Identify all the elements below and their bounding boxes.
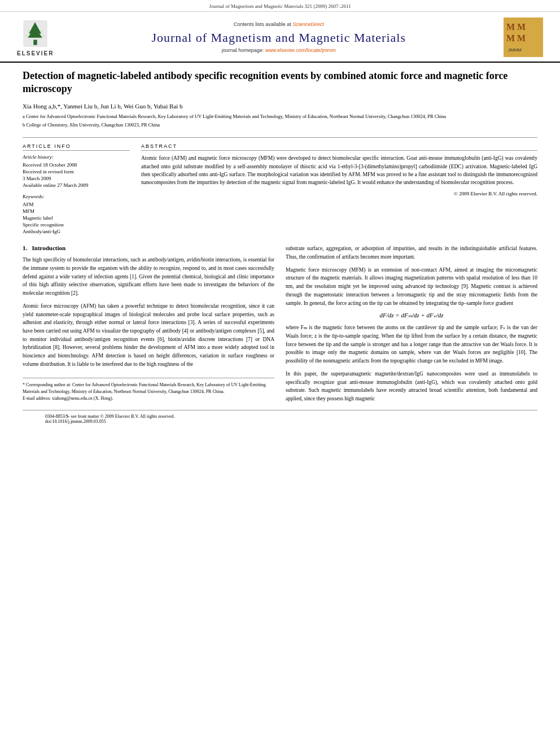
article-content: Detection of magnetic-labeled antibody s… [0, 63, 560, 439]
intro-para1: The high specificity of biomolecular int… [23, 256, 274, 298]
abstract-text: Atomic force (AFM) and magnetic force mi… [141, 154, 537, 186]
journal-header: ELSEVIER Contents lists available at Sci… [0, 12, 560, 63]
abstract-col: ABSTRACT Atomic force (AFM) and magnetic… [141, 143, 537, 235]
section-divider [23, 137, 537, 138]
svg-point-6 [26, 34, 28, 37]
copyright-line: © 2009 Elsevier B.V. All rights reserved… [141, 191, 537, 196]
abstract-header: ABSTRACT [141, 143, 537, 151]
sciencedirect-link[interactable]: ScienceDirect [292, 21, 324, 27]
article-info-header: ARTICLE INFO [23, 143, 130, 151]
authors-line: Xia Hong a,b,*, Yanmei Liu b, Jun Li b, … [23, 103, 537, 110]
article-info-col: ARTICLE INFO Article history: Received 1… [23, 143, 130, 235]
journal-homepage: journal homepage: www.elsevier.com/locat… [65, 47, 492, 53]
article-title: Detection of magnetic-labeled antibody s… [23, 69, 537, 96]
header-center: Contents lists available at ScienceDirec… [54, 21, 504, 53]
journal-title: Journal of Magnetism and Magnetic Materi… [65, 30, 492, 45]
right-para2: Magnetic force microscopy (MFM) is an ex… [286, 266, 537, 308]
revised-label: Received in revised form [23, 169, 130, 174]
revised-date: 3 March 2009 [23, 176, 130, 181]
svg-text:JMMM: JMMM [508, 47, 522, 53]
svg-point-7 [42, 34, 45, 37]
keyword-specific: Specific recognition [23, 222, 130, 228]
keywords-label: Keywords: [23, 194, 130, 199]
homepage-url[interactable]: www.elsevier.com/locate/jmmm [265, 47, 336, 53]
body-col-left: 1. Introduction The high specificity of … [23, 244, 274, 408]
svg-point-5 [40, 30, 42, 32]
history-label: Article history: [23, 154, 130, 160]
contents-line: Contents lists available at ScienceDirec… [65, 21, 492, 27]
footnote-area: * Corresponding author at: Center for Ad… [23, 378, 274, 402]
body-col-right: substrate surface, aggregation, or adsor… [286, 244, 537, 408]
keyword-afm: AFM [23, 202, 130, 207]
right-para3: where Fₘ is the magnetic force between t… [286, 324, 537, 365]
page-wrapper: Journal of Magnetism and Magnetic Materi… [0, 0, 560, 439]
affil-a: a Center for Advanced Optoelectronic Fun… [23, 113, 537, 120]
svg-rect-1 [34, 40, 37, 45]
intro-para2: Atomic force microscopy (AFM) has taken … [23, 302, 274, 369]
jmmm-logo-icon: M M M M JMMM [504, 18, 543, 57]
keyword-mag: Magnetic label [23, 215, 130, 221]
keyword-mfm: MFM [23, 208, 130, 214]
received-date: Received 18 October 2008 [23, 162, 130, 168]
svg-text:M M: M M [506, 33, 526, 43]
elsevier-tree-icon [20, 18, 51, 49]
right-para4: In this paper, the superparamagnetic mag… [286, 370, 537, 403]
footer-bar: 0304-8853/$- see front matter © 2009 Els… [23, 410, 537, 427]
keyword-antibody: Antibody/anti-IgG [23, 229, 130, 234]
info-abstract-cols: ARTICLE INFO Article history: Received 1… [23, 143, 537, 235]
right-para1: substrate surface, aggregation, or adsor… [286, 244, 537, 261]
footer-doi: doi:10.1016/j.jmmm.2009.03.055 [45, 419, 515, 424]
top-bar: Journal of Magnetism and Magnetic Materi… [0, 0, 560, 12]
svg-text:M M: M M [506, 22, 526, 32]
jmmm-logo-area: M M M M JMMM [504, 18, 543, 57]
affil-b: b College of Chemistry, Jilin University… [23, 121, 537, 129]
authors-text: Xia Hong a,b,*, Yanmei Liu b, Jun Li b, … [23, 103, 183, 110]
body-columns: 1. Introduction The high specificity of … [23, 244, 537, 408]
formula: dF/dz = dFₘ/dz + dFᵥ/dz [286, 312, 537, 319]
elsevier-logo: ELSEVIER [17, 18, 54, 56]
available-date: Available online 27 March 2009 [23, 182, 130, 188]
journal-reference: Journal of Magnetism and Magnetic Materi… [209, 3, 351, 9]
elsevier-label: ELSEVIER [17, 50, 54, 56]
section1-title: 1. Introduction [23, 244, 274, 251]
affiliations: a Center for Advanced Optoelectronic Fun… [23, 113, 537, 129]
svg-point-4 [28, 30, 30, 32]
footnote-star: * Corresponding author at: Center for Ad… [23, 382, 274, 395]
footer-issn: 0304-8853/$- see front matter © 2009 Els… [45, 414, 515, 419]
footnote-email: E-mail address: xiahong@nenu.edu.cn (X. … [23, 395, 274, 402]
